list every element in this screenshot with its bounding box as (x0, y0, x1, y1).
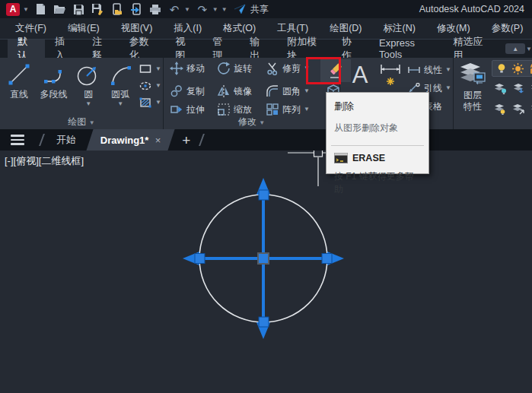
ribbon-tab-home[interactable]: 默认 (8, 40, 45, 58)
fillet-tool-button[interactable]: 圆角 ▼ (264, 82, 320, 100)
logo-dropdown-icon[interactable]: ▼ (23, 6, 29, 13)
open-folder-icon (53, 4, 66, 14)
ribbon-tab-collaborate[interactable]: 协作 (332, 40, 369, 58)
share-label[interactable]: 共享 (250, 3, 269, 16)
autocad-logo-button[interactable]: A (6, 2, 20, 16)
circle-dropdown-icon[interactable]: ▼ (85, 101, 91, 107)
move-tool-button[interactable]: 移动 (168, 59, 215, 78)
undo-icon: ↶ (170, 4, 180, 15)
menu-modify[interactable]: 修改(M) (437, 22, 470, 35)
canvas-drawing (0, 151, 532, 393)
ellipse-dropdown-icon[interactable]: ▼ (155, 83, 161, 89)
share-button[interactable] (233, 2, 247, 16)
rectangle-icon (139, 64, 152, 74)
leader-dropdown-icon[interactable]: ▼ (445, 85, 451, 91)
qat-overflow-icon[interactable]: ▼ (221, 6, 228, 13)
menu-view[interactable]: 视图(V) (121, 22, 153, 35)
layer-thaw-sun-icon[interactable] (511, 62, 524, 75)
ribbon-collapse-control[interactable]: ▲ ▼ (505, 43, 532, 54)
fillet-dropdown-icon[interactable]: ▼ (304, 88, 310, 94)
ribbon-tab-manage[interactable]: 管理 (202, 40, 240, 58)
linear-dimension-button[interactable]: 线性 ▼ (406, 61, 453, 79)
draw-panel-label[interactable]: 绘图 ▼ (0, 116, 163, 128)
tooltip-title: 删除 (334, 100, 421, 113)
menu-insert[interactable]: 插入(I) (174, 22, 202, 35)
drawing-canvas[interactable]: [-][俯视][二维线框] (0, 151, 532, 393)
save-icon (73, 4, 84, 15)
menu-draw[interactable]: 绘图(D) (330, 22, 362, 35)
autocad-logo-icon: A (6, 3, 20, 16)
layer-state-toolbar (492, 60, 532, 77)
save-as-button[interactable] (91, 2, 105, 16)
tab-separator (199, 134, 205, 146)
save-to-mobile-icon (130, 3, 142, 15)
modify-panel-label[interactable]: 修改 ▼ (164, 116, 339, 128)
menu-format[interactable]: 格式(O) (223, 22, 256, 35)
linear-dimension-icon (407, 65, 421, 75)
redo-button[interactable]: ↷ (196, 2, 209, 16)
start-tab[interactable]: 开始 (50, 133, 82, 147)
circle-icon (75, 62, 101, 87)
new-tab-button[interactable]: + (182, 133, 190, 147)
layer-walk-icon[interactable] (512, 103, 525, 115)
undo-dropdown-icon[interactable]: ▼ (184, 6, 190, 13)
menu-file[interactable]: 文件(F) (15, 22, 46, 35)
trim-icon (266, 62, 279, 75)
erase-highlight-box (306, 57, 341, 84)
ribbon-tab-output[interactable]: 输出 (240, 40, 277, 58)
rotate-tool-button[interactable]: 旋转 (215, 59, 264, 78)
open-folder-button[interactable] (53, 2, 67, 16)
layer-unlock-icon[interactable] (528, 62, 532, 74)
ribbon-tab-row: 默认 插入 注释 参数化 视图 管理 输出 附加模块 协作 Express To… (0, 40, 532, 58)
save-to-mobile-button[interactable] (129, 2, 143, 16)
layer-off-icon[interactable] (494, 103, 507, 115)
menu-edit[interactable]: 编辑(E) (68, 22, 100, 35)
layer-isolate-icon[interactable] (494, 83, 507, 94)
arc-dropdown-icon[interactable]: ▼ (117, 101, 123, 107)
menu-tools[interactable]: 工具(T) (277, 22, 308, 35)
redo-dropdown-icon[interactable]: ▼ (212, 6, 218, 13)
ribbon-tab-addins[interactable]: 附加模块 (277, 40, 332, 58)
center-grip[interactable] (258, 253, 269, 264)
viewport-controls-label[interactable]: [-][俯视][二维线框] (5, 154, 84, 168)
mirror-icon (217, 84, 231, 98)
save-button[interactable] (72, 2, 86, 16)
ribbon-tab-parametric[interactable]: 参数化 (119, 40, 165, 58)
tooltip-command: ERASE (352, 153, 385, 163)
draw-panel: 直线 多段线 圆 ▼ 圆弧 ▼ (0, 58, 163, 129)
ribbon-tab-express-tools[interactable]: Express Tools (369, 40, 443, 58)
tooltip-separator (331, 145, 424, 146)
rectangle-tool-button[interactable]: ▼ (138, 62, 163, 76)
menu-parametric[interactable]: 参数(P) (492, 22, 524, 35)
linear-dropdown-icon[interactable]: ▼ (445, 67, 451, 73)
ribbon-tab-insert[interactable]: 插入 (45, 40, 82, 58)
menu-dimension[interactable]: 标注(N) (384, 22, 416, 35)
open-from-mobile-button[interactable] (110, 2, 124, 16)
tooltip-description: 从图形删除对象 (334, 122, 421, 135)
new-file-button[interactable] (34, 2, 48, 16)
mirror-tool-button[interactable]: 镜像 (215, 82, 264, 100)
ribbon-tab-featured-apps[interactable]: 精选应用 (443, 40, 498, 58)
hatch-tool-button[interactable]: ▼ (138, 96, 163, 109)
drawing-tab[interactable]: Drawing1* × (86, 129, 174, 151)
layer-make-current-icon[interactable] (512, 83, 525, 94)
undo-button[interactable]: ↶ (167, 2, 181, 16)
ellipse-tool-button[interactable]: ▼ (138, 79, 163, 93)
hatch-dropdown-icon[interactable]: ▼ (155, 100, 161, 106)
copy-tool-button[interactable]: 复制 (168, 82, 215, 100)
new-file-icon (35, 3, 46, 15)
file-tab-menu-button[interactable] (11, 135, 24, 145)
tab-separator (39, 134, 45, 146)
ribbon-tab-view[interactable]: 视图 (165, 40, 202, 58)
layer-tools-row-1 (492, 79, 532, 97)
print-button[interactable] (148, 2, 162, 16)
rectangle-dropdown-icon[interactable]: ▼ (155, 66, 161, 72)
arc-icon (107, 62, 133, 87)
scale-icon (217, 103, 231, 116)
ribbon-tab-annotate[interactable]: 注释 (82, 40, 119, 58)
array-dropdown-icon[interactable]: ▼ (304, 106, 310, 113)
close-tab-icon[interactable]: × (155, 135, 161, 146)
redo-icon: ↷ (198, 4, 208, 15)
layer-on-bulb-icon[interactable] (495, 62, 508, 74)
layer-properties-button[interactable]: 图层 特性 (457, 60, 489, 129)
